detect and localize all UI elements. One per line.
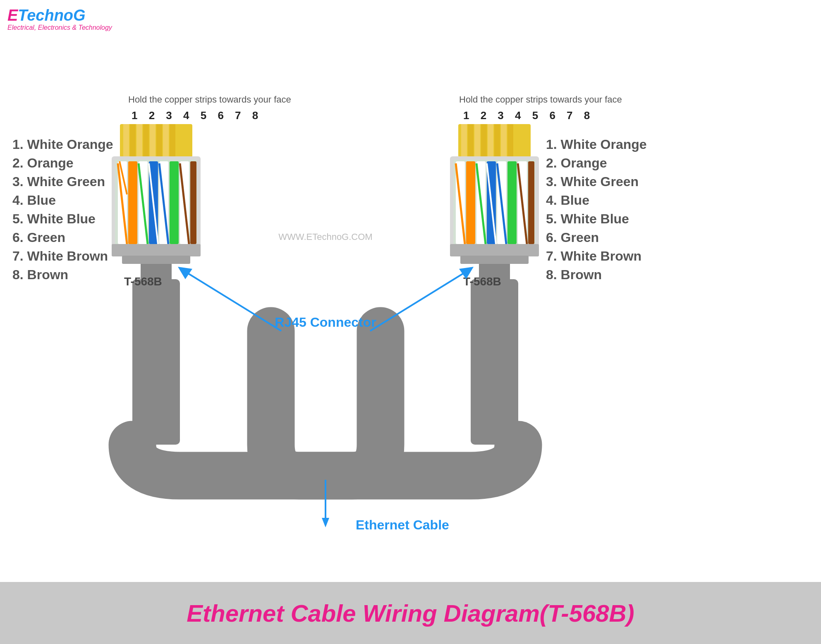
right-cable-body <box>471 279 518 445</box>
right-label-2: 2. Orange <box>546 156 607 170</box>
left-label-2: 2. Orange <box>12 156 74 170</box>
right-pin8 <box>507 124 513 157</box>
right-pin-numbers: 1 2 3 4 5 6 7 8 <box>463 109 594 122</box>
right-clip-mid <box>460 256 529 264</box>
right-label-4: 4. Blue <box>546 193 589 208</box>
left-pin5 <box>150 124 156 157</box>
right-pin7 <box>501 124 507 157</box>
left-label-7: 7. White Brown <box>12 249 108 263</box>
right-standard-label: T-568B <box>463 275 501 288</box>
logo-technog: TechnoG <box>18 7 85 24</box>
left-label-5: 5. White Blue <box>12 211 96 226</box>
left-pin7 <box>163 124 169 157</box>
left-pin6 <box>156 124 162 157</box>
left-pin2 <box>130 124 136 157</box>
left-label-8: 8. Brown <box>12 267 68 282</box>
ethernet-label: Ethernet Cable <box>356 517 449 532</box>
right-pin2 <box>468 124 474 157</box>
right-arrow-line <box>370 271 467 331</box>
watermark: WWW.ETechnoG.COM <box>278 232 372 242</box>
right-wire2 <box>466 161 475 244</box>
right-pin5 <box>488 124 493 157</box>
right-wire6 <box>507 161 517 244</box>
left-pin8 <box>170 124 175 157</box>
eth-arrow-head <box>322 518 329 527</box>
right-label-8: 8. Brown <box>546 267 602 282</box>
bottom-banner: Ethernet Cable Wiring Diagram(T-568B) <box>0 582 821 644</box>
logo-e: E <box>7 7 18 24</box>
right-pin3 <box>474 124 480 157</box>
left-arrow-head <box>178 267 192 279</box>
bottom-title: Ethernet Cable Wiring Diagram(T-568B) <box>187 599 634 627</box>
right-pin1 <box>461 124 467 157</box>
right-label-6: 6. Green <box>546 230 599 245</box>
left-label-4: 4. Blue <box>12 193 56 208</box>
right-label-7: 7. White Brown <box>546 249 641 263</box>
left-label-1: 1. White Orange <box>12 137 113 152</box>
right-pin4 <box>481 124 487 157</box>
right-copper-label: Hold the copper strips towards your face <box>459 94 622 105</box>
right-pin6 <box>494 124 500 157</box>
left-label-3: 3. White Green <box>12 174 105 189</box>
left-pin4 <box>143 124 149 157</box>
left-arrow-line <box>184 271 281 331</box>
left-clip-mid <box>122 256 190 264</box>
left-cable-body <box>132 279 180 445</box>
left-pin3 <box>136 124 142 157</box>
left-wire2 <box>128 161 137 244</box>
left-copper-label: Hold the copper strips towards your face <box>128 94 291 105</box>
right-label-5: 5. White Blue <box>546 211 629 226</box>
left-standard-label: T-568B <box>124 275 162 288</box>
logo-area: ETechnoG Electrical, Electronics & Techn… <box>7 7 112 31</box>
left-label-6: 6. Green <box>12 230 65 245</box>
right-label-1: 1. White Orange <box>546 137 647 152</box>
right-clip-top <box>450 244 539 256</box>
logo-text: ETechnoG <box>7 7 112 23</box>
right-label-3: 3. White Green <box>546 174 639 189</box>
right-wire8 <box>528 161 534 244</box>
left-wire6 <box>170 161 179 244</box>
left-pin-numbers: 1 2 3 4 5 6 7 8 <box>132 109 262 122</box>
rj45-label: RJ45 Connector <box>275 315 376 330</box>
logo-subtitle: Electrical, Electronics & Technology <box>7 24 112 31</box>
left-wire8 <box>190 161 196 244</box>
main-diagram: Hold the copper strips towards your face… <box>0 41 821 616</box>
left-clip-top <box>112 244 201 256</box>
left-pin1 <box>123 124 129 157</box>
